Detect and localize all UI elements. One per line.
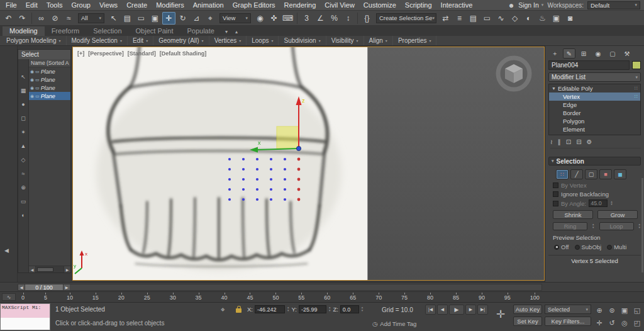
sign-in-button[interactable]: Sign In▾	[518, 1, 543, 9]
edge-subobject-icon[interactable]: ╱	[570, 169, 583, 179]
object-name-field[interactable]: Plane004	[548, 60, 630, 70]
explorer-hscrollbar[interactable]: ◀ ▶	[29, 266, 70, 272]
named-selection-set-dropdown[interactable]: Create Selection Se▾	[376, 13, 436, 23]
explorer-select-icon[interactable]: ↖	[19, 73, 28, 81]
create-tab-icon[interactable]: ＋	[548, 48, 561, 59]
select-and-place-icon[interactable]: ⌖	[204, 12, 217, 25]
menu-item-interactive[interactable]: Interactive	[436, 0, 477, 10]
previous-frame-button[interactable]: ◀	[437, 305, 448, 315]
by-vertex-checkbox[interactable]	[553, 182, 558, 188]
track-bar[interactable]: ∿ 05101520253035404550556065707580859095…	[0, 292, 644, 303]
menu-item-edit[interactable]: Edit	[21, 0, 42, 10]
ignore-backfacing-checkbox[interactable]	[553, 191, 558, 197]
maxscript-macro-pane[interactable]: MAXScript Mi:	[1, 304, 50, 318]
spinner-icon[interactable]: ▲▼	[328, 306, 331, 312]
ribbon-panel-properties[interactable]: Properties▾	[393, 36, 437, 45]
bind-to-space-warp-icon[interactable]: ≈	[62, 12, 75, 25]
maxscript-listener-pane[interactable]	[1, 318, 50, 330]
by-angle-field[interactable]: 45.0	[589, 199, 608, 207]
selection-region-icon[interactable]: ▭	[135, 12, 148, 25]
list-item-plane[interactable]: ◉▭Plane	[29, 76, 70, 84]
ribbon-tab-freeform[interactable]: Freeform	[45, 26, 87, 36]
ribbon-tab-modeling[interactable]: Modeling	[3, 26, 45, 36]
ribbon-options-icon[interactable]: ▾	[221, 28, 231, 36]
edit-named-selection-sets-icon[interactable]: {}	[360, 12, 374, 25]
maxscript-mini-listener[interactable]: MAXScript Mi:	[0, 303, 50, 330]
menu-item-group[interactable]: Group	[67, 0, 95, 10]
ribbon-panel-align[interactable]: Align▾	[364, 36, 393, 45]
list-item-plane[interactable]: ◉▭Plane	[29, 67, 70, 76]
use-pivot-center-icon[interactable]: ◉	[253, 12, 267, 25]
by-angle-checkbox[interactable]	[553, 201, 558, 206]
preview-subobj-radio[interactable]: SubObj	[575, 244, 602, 250]
previous-frame-icon[interactable]: ◀	[18, 284, 25, 290]
ribbon-panel-vertices[interactable]: Vertices▾	[209, 36, 247, 45]
workspaces-dropdown[interactable]: Default▾	[587, 1, 640, 9]
navigation-pad-icon[interactable]: ✛	[496, 308, 505, 321]
window-crossing-icon[interactable]: ▣	[148, 12, 162, 25]
modifier-list-dropdown[interactable]: Modifier List ▾	[548, 72, 641, 82]
shrink-button[interactable]: Shrink	[553, 210, 593, 219]
zoom-all-icon[interactable]: ⊛	[606, 305, 618, 316]
stack-item-editable-poly[interactable]: ▼Editable Poly∷	[549, 84, 640, 93]
scroll-right-icon[interactable]: ▶	[64, 266, 70, 272]
selection-filter-dropdown[interactable]: All▾	[78, 13, 104, 23]
schematic-view-icon[interactable]: ◇	[508, 12, 521, 25]
hierarchy-tab-icon[interactable]: ⊞	[577, 48, 590, 59]
selection-lock-icon[interactable]	[236, 308, 242, 313]
key-mode-dropdown[interactable]: Selected ▾	[545, 305, 591, 314]
ribbon-panel-edit[interactable]: Edit▾	[128, 36, 153, 45]
object-color-swatch[interactable]	[632, 61, 641, 69]
time-slider-label[interactable]: 0 / 100	[25, 284, 63, 290]
ribbon-panel-visibility[interactable]: Visibility▾	[326, 36, 364, 45]
undo-icon[interactable]: ↶	[2, 12, 15, 25]
display-shapes-icon[interactable]: ◻	[19, 115, 28, 123]
ribbon-panel-modify-selection[interactable]: Modify Selection▾	[67, 36, 128, 45]
go-to-start-button[interactable]: |◀	[425, 305, 436, 315]
display-materials-icon[interactable]: ◐	[19, 211, 28, 220]
preview-off-radio[interactable]: Off	[554, 244, 569, 250]
graphite-ribbon-icon[interactable]: ▭	[480, 12, 494, 25]
ribbon-tab-selection[interactable]: Selection	[86, 26, 128, 36]
select-and-move-icon[interactable]: ✛	[162, 12, 175, 25]
modify-tab-icon[interactable]: ✎	[563, 48, 575, 59]
walk-through-icon[interactable]: ◎	[619, 317, 630, 328]
display-cameras-icon[interactable]: ▲	[19, 142, 28, 150]
spinner-icon[interactable]: ▲▼	[592, 223, 594, 229]
viewport-menu-icon[interactable]: [+]	[77, 50, 84, 57]
set-key-button[interactable]: Set Key	[513, 317, 542, 326]
ribbon-panel-polygon-modeling[interactable]: Polygon Modeling▾	[1, 36, 67, 45]
display-groups-icon[interactable]: ⊕	[19, 184, 28, 192]
display-geometry-icon[interactable]: ●	[19, 101, 28, 109]
next-frame-icon[interactable]: ▶	[63, 284, 70, 290]
display-spacewarps-icon[interactable]: ≈	[19, 170, 28, 178]
eye-icon[interactable]: ◉	[30, 69, 34, 74]
view-cube[interactable]	[494, 53, 534, 94]
spinner-icon[interactable]: ▲▼	[638, 223, 641, 229]
ribbon-tab-object-paint[interactable]: Object Paint	[129, 26, 180, 36]
curve-editor-icon[interactable]: ∿	[494, 12, 508, 25]
menu-item-animation[interactable]: Animation	[189, 0, 228, 10]
select-object-icon[interactable]: ↖	[107, 12, 120, 25]
viewport-canvas[interactable]: z x x y	[73, 47, 368, 280]
isolate-selection-icon[interactable]: ⌖	[221, 305, 225, 314]
orbit-icon[interactable]: ↺	[606, 317, 618, 328]
name-column-header[interactable]: Name (Sorted A	[29, 59, 70, 67]
menu-item-create[interactable]: Create	[122, 0, 152, 10]
percent-snap-icon[interactable]: %	[328, 12, 341, 25]
next-frame-button[interactable]: ▶	[465, 305, 476, 315]
menu-item-modifiers[interactable]: Modifiers	[152, 0, 189, 10]
select-and-link-icon[interactable]: ∞	[35, 12, 48, 25]
auto-key-button[interactable]: Auto Key	[513, 305, 542, 314]
menu-item-views[interactable]: Views	[95, 0, 122, 10]
stack-item-vertex[interactable]: Vertex∷	[549, 93, 640, 101]
ribbon-minimize-icon[interactable]: ▴	[231, 28, 242, 36]
pin-stack-icon[interactable]: ≀	[550, 138, 553, 145]
menu-item-file[interactable]: File	[1, 0, 21, 10]
border-subobject-icon[interactable]: ▢	[585, 169, 597, 179]
redo-icon[interactable]: ↷	[16, 12, 29, 25]
angle-snap-icon[interactable]: ∠	[314, 12, 327, 25]
configure-modifier-sets-icon[interactable]: ⚙	[587, 138, 592, 145]
maximize-viewport-icon[interactable]: ◰	[631, 317, 643, 328]
stack-item-element[interactable]: Element	[549, 125, 640, 133]
